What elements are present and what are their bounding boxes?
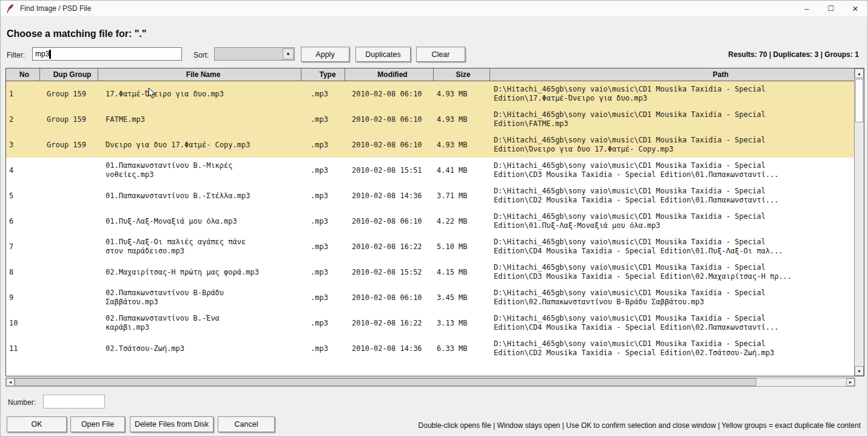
file-table: No Dup Group File Name Type Modified Siz…	[5, 68, 864, 376]
table-row[interactable]: 3Group 159Όνειρο για δυο 17.Φατμέ- Copy.…	[6, 132, 854, 158]
column-header-no[interactable]: No	[6, 68, 40, 81]
scroll-up-icon[interactable]: ▲	[855, 68, 864, 78]
cell-dup-group: Group 159	[40, 81, 98, 107]
cell-size: 5.10 MB	[434, 234, 490, 259]
vertical-scrollbar[interactable]: ▲ ▼	[854, 68, 864, 376]
cell-path: D:\Hitachi_465gb\sony vaio\music\CD1 Mou…	[490, 158, 854, 183]
number-input[interactable]	[43, 395, 105, 409]
cell-type: .mp3	[301, 107, 345, 132]
duplicates-button[interactable]: Duplicates	[355, 47, 411, 62]
cell-path: D:\Hitachi_465gb\sony vaio\music\CD1 Mou…	[490, 208, 854, 234]
cell-modified: 2010-02-08 06:10	[345, 132, 434, 158]
cell-modified: 2010-02-08 06:10	[345, 107, 434, 132]
filter-label: Filter:	[7, 51, 25, 59]
column-header-type[interactable]: Type	[301, 68, 345, 81]
cell-type: .mp3	[301, 310, 345, 336]
table-row[interactable]: 401.Παπακωνσταντίνου Β.-Μικρές νοθείες.m…	[6, 158, 854, 183]
table-row[interactable]: 701.Πυξ-Λαξ-Οι παλιές αγάπες πάνε στον π…	[6, 234, 854, 259]
cell-modified: 2010-02-08 16:22	[345, 234, 434, 259]
cell-path: D:\Hitachi_465gb\sony vaio\music\CD1 Mou…	[490, 310, 854, 336]
scroll-left-icon[interactable]: ◄	[6, 378, 15, 386]
cell-modified: 2010-02-08 06:10	[345, 285, 434, 310]
clear-button[interactable]: Clear	[416, 47, 465, 62]
cell-file-name: 01.Παπακωνσταντίνου Β.-Μικρές νοθείες.mp…	[98, 158, 301, 183]
table-row[interactable]: 802.Μαχαιρίτσας-Η πρώτη μας φορά.mp3.mp3…	[6, 259, 854, 285]
ok-button[interactable]: OK	[7, 416, 67, 432]
cell-type: .mp3	[301, 208, 345, 234]
cell-file-name: 01.Παπακωνσταντίνου Β.-Στέλλα.mp3	[98, 183, 301, 208]
column-header-file-name[interactable]: File Name	[98, 68, 301, 81]
table-body: 1Group 15917.Φατμέ-Όνειρο για δυο.mp3.mp…	[6, 81, 864, 361]
cell-dup-group	[40, 208, 98, 234]
cell-size: 3.71 MB	[434, 183, 490, 208]
cell-no: 10	[6, 310, 40, 336]
cell-no: 6	[6, 208, 40, 234]
cell-modified: 2010-02-08 15:51	[345, 158, 434, 183]
cell-no: 1	[6, 81, 40, 107]
cell-type: .mp3	[301, 132, 345, 158]
cell-no: 3	[6, 132, 40, 158]
horizontal-scrollbar[interactable]: ◄ ►	[5, 378, 855, 387]
cell-type: .mp3	[301, 158, 345, 183]
cell-size: 4.93 MB	[434, 81, 490, 107]
table-row[interactable]: 902.Παπακωνσταντίνου Β-Βράδυ Σαββάτου.mp…	[6, 285, 854, 310]
cell-type: .mp3	[301, 336, 345, 361]
cell-file-name: 02.Παπακωνσταντίνου Β-Βράδυ Σαββάτου.mp3	[98, 285, 301, 310]
horizontal-scrollbar-thumb[interactable]	[15, 378, 756, 386]
cell-dup-group	[40, 285, 98, 310]
cell-file-name: 01.Πυξ-Λαξ-Οι παλιές αγάπες πάνε στον πα…	[98, 234, 301, 259]
window-controls: – ☐ ✕	[795, 1, 867, 16]
column-header-dup-group[interactable]: Dup Group	[40, 68, 98, 81]
cell-size: 4.93 MB	[434, 107, 490, 132]
cell-size: 4.41 MB	[434, 158, 490, 183]
table-row[interactable]: 2Group 159FATME.mp3.mp32010-02-08 06:104…	[6, 107, 854, 132]
table-row[interactable]: 601.Πυξ-Λαξ-Μοναξιά μου όλα.mp3.mp32010-…	[6, 208, 854, 234]
cell-modified: 2010-02-08 14:36	[345, 183, 434, 208]
cell-path: D:\Hitachi_465gb\sony vaio\music\CD1 Mou…	[490, 285, 854, 310]
cell-no: 8	[6, 259, 40, 285]
cell-modified: 2010-02-08 16:22	[345, 310, 434, 336]
cell-dup-group: Group 159	[40, 107, 98, 132]
status-hint: Double-click opens file | Window stays o…	[419, 421, 861, 430]
table-row[interactable]: 501.Παπακωνσταντίνου Β.-Στέλλα.mp3.mp320…	[6, 183, 854, 208]
scroll-down-icon[interactable]: ▼	[855, 366, 864, 376]
sort-select[interactable]: ▼	[214, 47, 295, 61]
minimize-button[interactable]: –	[795, 1, 819, 16]
column-header-modified[interactable]: Modified	[345, 68, 434, 81]
cell-no: 11	[6, 336, 40, 361]
cell-file-name: Όνειρο για δυο 17.Φατμέ- Copy.mp3	[98, 132, 301, 158]
close-button[interactable]: ✕	[843, 1, 867, 16]
open-file-button[interactable]: Open File	[70, 416, 125, 432]
feather-app-icon	[6, 4, 15, 13]
cell-size: 3.13 MB	[434, 310, 490, 336]
cancel-button[interactable]: Cancel	[218, 416, 275, 432]
sort-label: Sort:	[193, 51, 209, 59]
cell-file-name: 02.Παπακωνσταντίνου Β.-Ένα καράβι.mp3	[98, 310, 301, 336]
cell-no: 7	[6, 234, 40, 259]
cell-modified: 2010-02-08 14:36	[345, 336, 434, 361]
scroll-right-icon[interactable]: ►	[846, 378, 855, 386]
column-header-path[interactable]: Path	[490, 68, 854, 81]
window-title: Find Image / PSD File	[20, 4, 91, 13]
cell-file-name: 01.Πυξ-Λαξ-Μοναξιά μου όλα.mp3	[98, 208, 301, 234]
cell-modified: 2010-02-08 15:52	[345, 259, 434, 285]
cell-size: 4.93 MB	[434, 132, 490, 158]
table-row[interactable]: 1102.Τσάτσου-Ζωή.mp3.mp32010-02-08 14:36…	[6, 336, 854, 361]
vertical-scrollbar-thumb[interactable]	[855, 79, 863, 122]
filter-input[interactable]	[32, 47, 182, 61]
delete-files-button[interactable]: Delete Files from Disk	[130, 416, 214, 432]
cell-no: 4	[6, 158, 40, 183]
table-row[interactable]: 1002.Παπακωνσταντίνου Β.-Ένα καράβι.mp3.…	[6, 310, 854, 336]
table-row[interactable]: 1Group 15917.Φατμέ-Όνειρο για δυο.mp3.mp…	[6, 81, 854, 107]
title-bar: Find Image / PSD File – ☐ ✕	[1, 1, 867, 16]
cell-path: D:\Hitachi_465gb\sony vaio\music\CD1 Mou…	[490, 234, 854, 259]
cell-dup-group	[40, 336, 98, 361]
cell-file-name: 17.Φατμέ-Όνειρο για δυο.mp3	[98, 81, 301, 107]
cell-file-name: 02.Μαχαιρίτσας-Η πρώτη μας φορά.mp3	[98, 259, 301, 285]
column-header-size[interactable]: Size	[434, 68, 490, 81]
cell-path: D:\Hitachi_465gb\sony vaio\music\CD1 Mou…	[490, 132, 854, 158]
chevron-down-icon[interactable]: ▼	[283, 48, 294, 59]
maximize-button[interactable]: ☐	[819, 1, 843, 16]
cell-type: .mp3	[301, 234, 345, 259]
apply-button[interactable]: Apply	[301, 47, 349, 62]
